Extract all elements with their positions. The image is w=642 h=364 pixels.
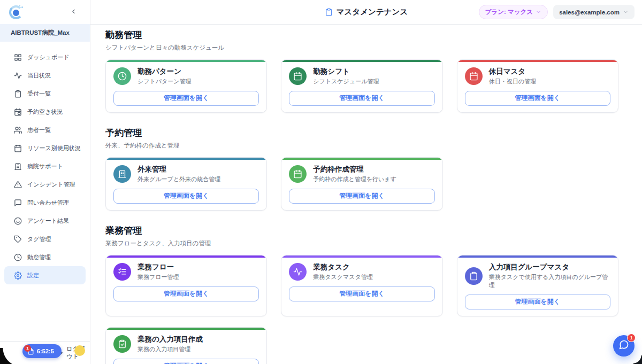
- card-grid: 外来管理 外来グループと外来の統合管理 管理画面を開く 予約枠作成管理 予約枠の…: [105, 157, 618, 211]
- card-title: 外来管理: [137, 165, 220, 174]
- sidebar-item-5[interactable]: リソース別使用状況: [0, 139, 90, 157]
- open-admin-button[interactable]: 管理画面を開く: [465, 295, 610, 309]
- sidebar-item-10[interactable]: タグ管理: [0, 230, 90, 248]
- card-subtitle: シフトパターン管理: [137, 78, 192, 86]
- plan-dropdown[interactable]: プラン: マックス: [479, 5, 548, 19]
- clipboard-icon: [14, 90, 22, 98]
- chevron-left-icon: [70, 8, 77, 17]
- sidebar-item-3[interactable]: 予約空き状況: [0, 103, 90, 121]
- sidebar-spacer: [0, 284, 90, 341]
- alert-triangle-icon: [14, 181, 22, 189]
- section-title: 予約管理: [105, 127, 618, 139]
- open-admin-button[interactable]: 管理画面を開く: [113, 286, 259, 301]
- chat-support-button[interactable]: 1: [613, 335, 635, 357]
- calendar-icon: [289, 165, 307, 183]
- sidebar-item-4[interactable]: 患者一覧: [0, 121, 90, 139]
- building-icon: [113, 165, 131, 183]
- header-actions: プラン: マックス sales@example.com: [479, 5, 642, 19]
- card-grid: 業務フロー 業務フロー管理 管理画面を開く 業務タスク 業務タスクマスタ管理 管…: [105, 255, 618, 364]
- card-subtitle: シフトスケジュール管理: [313, 78, 379, 86]
- calendar-icon: [465, 67, 483, 85]
- section: 勤務管理 シフトパターンと日々の勤務スケジュール 勤務パターン シフトパターン管…: [105, 29, 618, 113]
- section: 予約管理 外来、予約枠の作成と管理 外来管理 外来グループと外来の統合管理 管理…: [105, 127, 618, 211]
- clipboard-check-icon: [113, 335, 131, 353]
- card-grid: 勤務パターン シフトパターン管理 管理画面を開く 勤務シフト シフトスケジュール…: [105, 59, 618, 113]
- open-admin-button[interactable]: 管理画面を開く: [113, 359, 259, 364]
- sidebar: AIBTRUST病院_Max ダッシュボード 当日状況 受付一覧 予約空き状況 …: [0, 0, 90, 364]
- smile-icon: [14, 217, 22, 225]
- recording-timer-widget[interactable]: 1 6:52:5: [22, 344, 62, 358]
- chevron-down-icon: [536, 9, 541, 15]
- open-admin-button[interactable]: 管理画面を開く: [289, 91, 434, 106]
- page-title-text: マスタメンテナンス: [337, 7, 408, 17]
- sidebar-item-7[interactable]: インシデント管理: [0, 175, 90, 193]
- feature-card: 予約枠作成管理 予約枠の作成と管理を行います 管理画面を開く: [281, 157, 442, 211]
- calendar-icon: [289, 67, 307, 85]
- open-admin-button[interactable]: 管理画面を開く: [289, 286, 434, 301]
- account-email: sales@example.com: [559, 9, 620, 16]
- activity-icon: [289, 263, 307, 281]
- feature-card: 業務タスク 業務タスクマスタ管理 管理画面を開く: [281, 255, 442, 316]
- chat-notification-badge: 1: [627, 334, 636, 342]
- message-square-icon: [14, 199, 22, 207]
- org-name[interactable]: AIBTRUST病院_Max: [0, 24, 90, 42]
- gear-icon: [14, 272, 22, 280]
- calendar-icon: [14, 144, 22, 152]
- card-subtitle: 休日・祝日の管理: [489, 78, 536, 86]
- page-title: マスタメンテナンス: [325, 7, 408, 17]
- section-title: 業務管理: [105, 224, 618, 237]
- sidebar-item-11[interactable]: 勤怠管理: [0, 248, 90, 266]
- card-title: 休日マスタ: [489, 67, 536, 76]
- grid-icon: [14, 53, 22, 61]
- card-subtitle: 外来グループと外来の統合管理: [137, 175, 220, 183]
- open-admin-button[interactable]: 管理画面を開く: [113, 91, 259, 106]
- section-subtitle: 外来、予約枠の作成と管理: [105, 142, 618, 150]
- feature-card: 休日マスタ 休日・祝日の管理 管理画面を開く: [457, 59, 618, 113]
- open-admin-button[interactable]: 管理画面を開く: [465, 91, 610, 106]
- card-title: 業務の入力項目作成: [137, 335, 203, 344]
- sidebar-item-6[interactable]: 病院サポート: [0, 157, 90, 175]
- sidebar-item-12[interactable]: 設定: [4, 266, 86, 284]
- section-subtitle: シフトパターンと日々の勤務スケジュール: [105, 44, 618, 52]
- sidebar-item-8[interactable]: 問い合わせ管理: [0, 193, 90, 212]
- clock-icon: [113, 67, 131, 85]
- activity-icon: [14, 72, 22, 80]
- sidebar-header: [0, 0, 90, 24]
- section: 業務管理 業務フローとタスク、入力項目の管理 業務フロー 業務フロー管理 管理画…: [105, 224, 618, 364]
- timer-value: 6:52:5: [37, 348, 54, 354]
- account-dropdown[interactable]: sales@example.com: [553, 5, 635, 19]
- card-title: 予約枠作成管理: [313, 165, 396, 174]
- open-admin-button[interactable]: 管理画面を開く: [289, 189, 434, 204]
- card-title: 勤務パターン: [137, 67, 192, 76]
- feature-card: 業務フロー 業務フロー管理 管理画面を開く: [105, 255, 267, 316]
- app-window: AIBTRUST病院_Max ダッシュボード 当日状況 受付一覧 予約空き状況 …: [0, 0, 642, 364]
- card-subtitle: 業務フロー管理: [137, 273, 179, 281]
- card-title: 勤務シフト: [313, 67, 379, 76]
- card-title: 業務タスク: [313, 263, 373, 272]
- open-admin-button[interactable]: 管理画面を開く: [113, 189, 259, 204]
- sidebar-item-2[interactable]: 受付一覧: [0, 84, 90, 103]
- content-area: 勤務管理 シフトパターンと日々の勤務スケジュール 勤務パターン シフトパターン管…: [90, 25, 642, 364]
- clipboard-icon: [325, 8, 333, 16]
- sidebar-item-1[interactable]: 当日状況: [0, 66, 90, 84]
- card-subtitle: 業務タスクで使用する入力項目のグループ管理: [489, 273, 610, 289]
- building-icon: [14, 162, 22, 171]
- feature-card: 業務の入力項目作成 業務の入力項目管理 管理画面を開く: [105, 327, 267, 364]
- section-title: 勤務管理: [105, 29, 618, 41]
- document-icon: 1: [27, 348, 34, 355]
- app-logo-icon: [9, 5, 24, 20]
- sidebar-item-0[interactable]: ダッシュボード: [0, 48, 90, 66]
- feature-card: 入力項目グループマスタ 業務タスクで使用する入力項目のグループ管理 管理画面を開…: [457, 255, 618, 316]
- clock-icon: [14, 253, 22, 261]
- sidebar-nav: ダッシュボード 当日状況 受付一覧 予約空き状況 患者一覧 リソース別使用状況 …: [0, 42, 90, 284]
- list-checks-icon: [113, 263, 131, 281]
- sidebar-collapse-button[interactable]: [69, 7, 78, 18]
- cursor-highlight-dot: [74, 345, 85, 356]
- section-subtitle: 業務フローとタスク、入力項目の管理: [105, 239, 618, 247]
- calendar-clock-icon: [14, 108, 22, 116]
- feature-card: 勤務パターン シフトパターン管理 管理画面を開く: [105, 59, 267, 113]
- top-header: マスタメンテナンス プラン: マックス sales@example.com: [90, 0, 642, 25]
- sidebar-item-9[interactable]: アンケート結果: [0, 212, 90, 230]
- card-subtitle: 予約枠の作成と管理を行います: [313, 175, 396, 183]
- chevron-down-icon: [623, 9, 629, 15]
